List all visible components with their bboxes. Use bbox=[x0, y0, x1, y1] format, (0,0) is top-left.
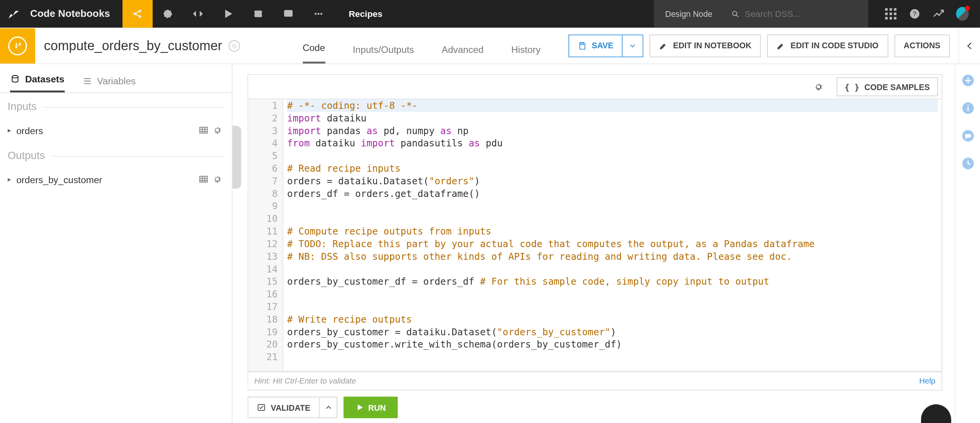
datasets-icon bbox=[10, 74, 20, 84]
play-icon[interactable] bbox=[213, 0, 243, 28]
bottom-bar: VALIDATE RUN bbox=[248, 390, 942, 418]
validate-dropdown[interactable] bbox=[320, 397, 337, 418]
discuss-icon[interactable] bbox=[960, 128, 975, 143]
variables-icon bbox=[82, 76, 92, 86]
dashboard-icon[interactable] bbox=[273, 0, 304, 28]
svg-point-7 bbox=[315, 13, 317, 15]
svg-point-0 bbox=[134, 13, 136, 15]
search-input[interactable] bbox=[745, 9, 861, 19]
recipe-name[interactable]: compute_orders_by_customer bbox=[44, 38, 222, 53]
design-node-button[interactable]: Design Node bbox=[654, 0, 724, 28]
svg-point-1 bbox=[139, 10, 141, 12]
edit-in-codestudio-button[interactable]: EDIT IN CODE STUDIO bbox=[767, 34, 888, 57]
editor-hint: Hint: Hit Ctrl-Enter to validate bbox=[255, 377, 356, 385]
back-arrow[interactable] bbox=[959, 27, 980, 64]
user-avatar[interactable] bbox=[956, 8, 969, 20]
save-label: SAVE bbox=[592, 41, 614, 51]
braces-icon: { } bbox=[844, 82, 859, 92]
leftpanel-variables-label: Variables bbox=[97, 75, 136, 86]
save-icon bbox=[578, 41, 587, 50]
pencil-icon bbox=[659, 41, 668, 50]
edit-codestudio-label: EDIT IN CODE STUDIO bbox=[791, 41, 879, 51]
leftpanel-tab-variables[interactable]: Variables bbox=[82, 75, 136, 92]
search-icon bbox=[731, 9, 740, 19]
save-button[interactable]: SAVE bbox=[568, 34, 622, 57]
outputs-section-title: Outputs bbox=[0, 142, 232, 167]
svg-rect-19 bbox=[967, 107, 968, 111]
notification-dot bbox=[965, 6, 970, 11]
validate-label: VALIDATE bbox=[271, 403, 310, 412]
table-icon[interactable] bbox=[197, 123, 211, 137]
chevron-up-icon bbox=[324, 403, 333, 412]
recipe-header-actions: SAVE EDIT IN NOTEBOOK EDIT IN CODE STUDI… bbox=[568, 34, 959, 57]
code-icon[interactable] bbox=[183, 0, 213, 28]
tab-inputs-outputs[interactable]: Inputs/Outputs bbox=[353, 44, 414, 64]
svg-point-9 bbox=[321, 13, 322, 15]
activity-icon[interactable] bbox=[932, 8, 945, 20]
help-link[interactable]: Help bbox=[919, 377, 935, 385]
topbar: Code Notebooks Recipes Design Node ? bbox=[0, 0, 980, 28]
editor-settings-icon[interactable] bbox=[809, 82, 828, 92]
add-icon[interactable] bbox=[960, 73, 975, 88]
svg-point-8 bbox=[318, 13, 319, 15]
svg-point-3 bbox=[164, 10, 172, 18]
recipe-header: compute_orders_by_customer ⦸ Code Inputs… bbox=[0, 28, 980, 64]
body: Datasets Variables Inputs ▸ orders Outpu… bbox=[0, 64, 980, 423]
leftpanel-tabs: Datasets Variables bbox=[0, 64, 232, 93]
edit-in-notebook-button[interactable]: EDIT IN NOTEBOOK bbox=[650, 34, 761, 57]
svg-rect-14 bbox=[200, 127, 207, 133]
chevron-down-icon bbox=[629, 41, 637, 50]
info-icon[interactable] bbox=[960, 101, 975, 116]
run-button[interactable]: RUN bbox=[344, 397, 398, 418]
leftpanel-tab-datasets[interactable]: Datasets bbox=[10, 74, 64, 92]
topbar-tab-recipes[interactable]: Recipes bbox=[334, 0, 398, 28]
code-editor[interactable]: 123456789101112131415161718192021 # -*- … bbox=[248, 99, 942, 372]
left-panel: Datasets Variables Inputs ▸ orders Outpu… bbox=[0, 64, 232, 423]
python-icon bbox=[8, 36, 27, 55]
server-icon[interactable] bbox=[243, 0, 273, 28]
recipe-status-icon[interactable]: ⦸ bbox=[229, 40, 240, 51]
tab-advanced[interactable]: Advanced bbox=[442, 44, 483, 64]
input-item-label: orders bbox=[16, 125, 43, 136]
table-icon[interactable] bbox=[197, 172, 211, 186]
gear-icon[interactable] bbox=[211, 172, 224, 186]
output-item-orders-by-customer[interactable]: ▸ orders_by_customer bbox=[0, 167, 232, 191]
code-samples-button[interactable]: { } CODE SAMPLES bbox=[836, 77, 938, 96]
validate-button[interactable]: VALIDATE bbox=[248, 397, 320, 418]
recipe-tabs: Code Inputs/Outputs Advanced History bbox=[302, 28, 541, 64]
more-icon[interactable] bbox=[304, 0, 334, 28]
code-samples-label: CODE SAMPLES bbox=[864, 82, 930, 92]
editor-toolbar: { } CODE SAMPLES bbox=[248, 74, 942, 100]
editor-code[interactable]: # -*- coding: utf-8 -*-import dataikuimp… bbox=[283, 99, 942, 371]
main-area: { } CODE SAMPLES 12345678910111213141516… bbox=[232, 64, 955, 423]
svg-rect-5 bbox=[255, 14, 261, 16]
leftpanel-datasets-label: Datasets bbox=[25, 74, 65, 84]
editor-gutter: 123456789101112131415161718192021 bbox=[248, 99, 283, 371]
svg-point-10 bbox=[733, 11, 737, 15]
check-icon bbox=[257, 403, 266, 412]
svg-rect-15 bbox=[200, 176, 207, 182]
actions-label: ACTIONS bbox=[904, 41, 941, 51]
apps-icon[interactable] bbox=[885, 8, 897, 20]
tab-history[interactable]: History bbox=[511, 44, 541, 64]
tab-code[interactable]: Code bbox=[302, 42, 325, 64]
right-rail bbox=[955, 64, 980, 423]
circle-icon[interactable] bbox=[153, 0, 183, 28]
share-icon[interactable] bbox=[122, 0, 153, 28]
inputs-section-title: Inputs bbox=[0, 93, 232, 118]
editor-footer: Hint: Hit Ctrl-Enter to validate Help bbox=[248, 372, 942, 390]
project-title[interactable]: Code Notebooks bbox=[28, 0, 122, 28]
svg-rect-20 bbox=[967, 105, 968, 106]
input-item-orders[interactable]: ▸ orders bbox=[0, 118, 232, 142]
gear-icon[interactable] bbox=[211, 123, 224, 137]
app-logo[interactable] bbox=[0, 0, 28, 28]
global-search[interactable] bbox=[724, 0, 868, 28]
help-icon[interactable]: ? bbox=[908, 8, 921, 20]
play-icon bbox=[356, 403, 364, 412]
history-icon[interactable] bbox=[960, 156, 975, 171]
caret-icon: ▸ bbox=[8, 175, 11, 183]
save-dropdown[interactable] bbox=[622, 34, 644, 57]
actions-button[interactable]: ACTIONS bbox=[894, 34, 950, 57]
topbar-right-icons: ? bbox=[873, 0, 980, 28]
svg-point-13 bbox=[12, 75, 18, 78]
